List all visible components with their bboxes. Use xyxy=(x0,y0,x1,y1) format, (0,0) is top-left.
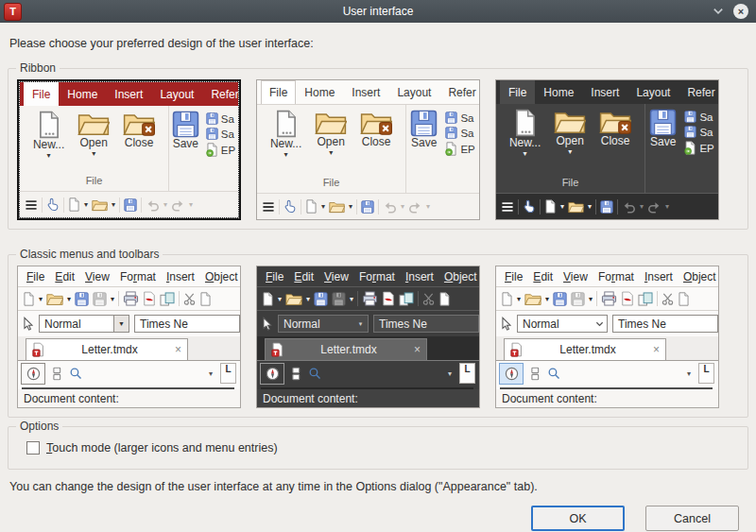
intro-text: Please choose your preferred design of t… xyxy=(9,37,747,50)
combo-dropdown-icon: ▾ xyxy=(353,316,368,332)
cut-icon xyxy=(422,293,435,305)
menu-bar: File Edit View Format Insert Object xyxy=(257,266,479,286)
redo-icon xyxy=(647,200,662,214)
menu-object: Object xyxy=(683,270,716,283)
search-icon xyxy=(69,367,82,380)
ribbon-tab-layout: Layout xyxy=(388,80,439,104)
save-as-small-button: Sa xyxy=(684,126,713,138)
ribbon-options-row: File Home Insert Layout Refer New...▾ xyxy=(17,79,739,220)
cut-icon xyxy=(183,293,196,305)
dropdown-arrow-icon: ▾ xyxy=(687,369,691,378)
titlebar: T User interface × xyxy=(0,0,756,23)
compass-icon xyxy=(505,367,519,381)
navigator-button xyxy=(260,363,284,385)
ribbon-tab-home: Home xyxy=(535,80,582,104)
redo-icon xyxy=(408,200,422,214)
open-button: Open▾ xyxy=(315,110,347,177)
touch-mode-label[interactable]: Touch mode (larger icons and menu entrie… xyxy=(46,441,278,455)
pointer-icon xyxy=(500,317,512,332)
print-preview-icon xyxy=(638,292,653,306)
save-as-icon xyxy=(332,292,346,306)
ribbon-option-dark[interactable]: File Home Insert Layout Refer New...▾ xyxy=(495,79,719,220)
classic-groupbox: Classic menus and toolbars File Edit Vie… xyxy=(8,254,748,418)
open-small-icon xyxy=(568,200,584,214)
document-tab-bar: Letter.tmdx × xyxy=(257,336,479,361)
window-title: User interface xyxy=(0,5,756,18)
close-button: Close xyxy=(360,110,392,177)
format-toolbar: Normal ▼ ▾ Times Ne xyxy=(18,310,240,336)
close-window-button[interactable]: × xyxy=(733,4,748,19)
copy-icon xyxy=(199,292,212,306)
print-icon xyxy=(362,291,378,306)
save-button: Save xyxy=(410,110,438,177)
print-icon xyxy=(601,291,617,306)
document-tab: Letter.tmdx × xyxy=(504,338,666,360)
close-document-icon xyxy=(360,110,392,136)
close-document-icon xyxy=(599,109,631,135)
ribbon-group-label: Ribbon xyxy=(16,61,60,75)
menu-edit: Edit xyxy=(533,270,553,283)
ribbon-tab-file: File xyxy=(500,80,535,104)
menu-file: File xyxy=(505,270,523,283)
cut-icon xyxy=(662,293,674,305)
font-name-combo: Times Ne xyxy=(373,315,479,333)
ribbon-tabbar: File Home Insert Layout Refer xyxy=(496,80,718,104)
ribbon-group-name: File xyxy=(20,175,168,191)
shade-window-icon[interactable] xyxy=(713,8,724,15)
ribbon-tabbar: File Home Insert Layout Refer xyxy=(257,80,479,105)
quick-access-toolbar: ▾ ▾ ▾ ▾ xyxy=(20,191,238,217)
save-icon xyxy=(172,111,199,138)
hand-tool-icon xyxy=(284,199,297,214)
save-icon xyxy=(410,110,438,137)
touch-mode-checkbox[interactable] xyxy=(26,441,40,455)
menu-bar: File Edit View Format Insert Object xyxy=(496,266,718,286)
footer-note: You can change the design of the user in… xyxy=(9,480,747,493)
ribbon-tab-references: Refer xyxy=(439,80,480,104)
ribbon-group-name: File xyxy=(257,177,405,193)
menu-bar: File Edit View Format Insert Object xyxy=(18,266,240,286)
classic-option-modern-light[interactable]: File Edit View Format Insert Object ▾ ▾ … xyxy=(495,266,719,408)
document-content-text: Document content: xyxy=(257,389,479,407)
save-small-button: Sa xyxy=(684,111,713,123)
ruler-corner: L xyxy=(459,363,475,384)
save-small-button: Sa xyxy=(445,112,474,124)
touch-mode-row: Touch mode (larger icons and menu entrie… xyxy=(26,441,739,455)
ribbon-option-colored[interactable]: File Home Insert Layout Refer New...▾ xyxy=(17,79,241,220)
classic-option-dark[interactable]: File Edit View Format Insert Object ▾ ▾ … xyxy=(256,266,480,408)
classic-group-label: Classic menus and toolbars xyxy=(16,248,163,261)
ok-button[interactable]: OK xyxy=(531,506,625,531)
print-preview-icon xyxy=(160,292,175,306)
pointer-icon xyxy=(22,317,34,332)
menu-format: Format xyxy=(598,270,634,283)
tab-close-icon: × xyxy=(653,343,660,356)
tab-close-icon: × xyxy=(175,343,181,356)
save-as-small-icon xyxy=(684,126,696,138)
menu-file: File xyxy=(266,270,284,283)
ribbon-option-light[interactable]: File Home Insert Layout Refer New...▾ xyxy=(256,79,480,220)
save-small-icon xyxy=(684,111,696,123)
format-toolbar: Normal ▼ ▾ Times Ne xyxy=(496,310,718,336)
document-content-text: Document content: xyxy=(496,389,718,407)
new-document-icon xyxy=(513,109,538,137)
ribbon-tab-insert: Insert xyxy=(343,80,388,104)
menu-object: Object xyxy=(205,270,238,283)
pointer-icon xyxy=(261,317,273,332)
document-tab-bar: Letter.tmdx × xyxy=(496,336,718,361)
quick-access-toolbar: ▾ ▾ ▾ ▾ xyxy=(257,193,479,219)
tab-close-icon: × xyxy=(414,343,421,356)
menu-format: Format xyxy=(359,270,395,283)
menu-edit: Edit xyxy=(55,270,75,283)
compass-icon xyxy=(26,367,41,381)
classic-option-light[interactable]: File Edit View Format Insert Object ▾ ▾ … xyxy=(17,266,241,408)
undo-icon xyxy=(146,198,160,212)
ribbon-content: New...▾ Open▾ Close File xyxy=(257,105,479,193)
save-icon xyxy=(314,292,328,306)
dropdown-arrow-icon: ▾ xyxy=(47,152,51,160)
ribbon-tab-home: Home xyxy=(296,80,343,104)
paragraph-style-combo: Normal ▼ ▾ xyxy=(517,315,608,333)
hand-tool-icon xyxy=(523,199,536,214)
ribbon-tab-insert: Insert xyxy=(582,80,627,104)
copy-icon xyxy=(438,292,451,306)
menu-view: View xyxy=(324,270,349,283)
cancel-button[interactable]: Cancel xyxy=(645,506,739,531)
